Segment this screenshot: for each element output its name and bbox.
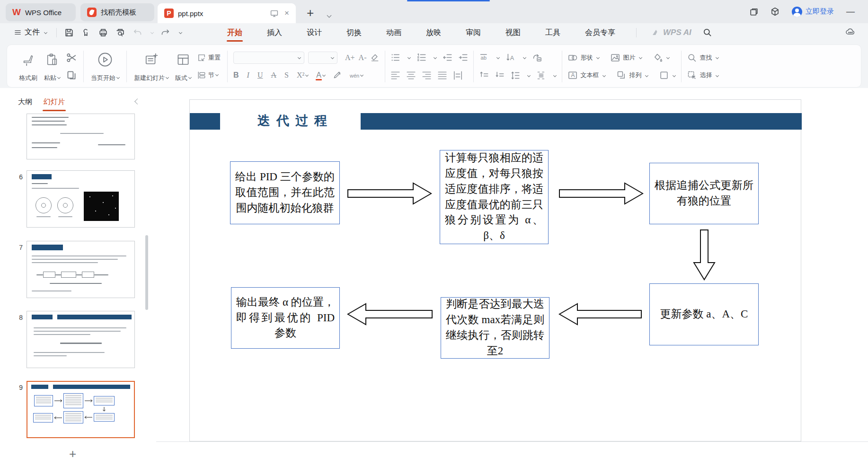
save-icon[interactable] — [64, 28, 74, 37]
menu-tab-insert[interactable]: 插入 — [255, 23, 294, 42]
menu-tab-view[interactable]: 视图 — [493, 23, 533, 42]
cloud-more-icon[interactable] — [845, 26, 856, 37]
slide-thumbnail-6[interactable] — [27, 170, 135, 228]
add-slide-button[interactable]: + — [69, 447, 76, 458]
text-direction-button[interactable]: ab — [479, 53, 489, 62]
numbered-list-button[interactable] — [417, 53, 426, 62]
increase-font-button[interactable]: A+ — [345, 53, 355, 62]
vertical-text-button[interactable]: A — [506, 53, 515, 62]
copy-icon[interactable] — [66, 67, 77, 83]
line-spacing-button[interactable] — [511, 71, 520, 80]
wps-ai-button[interactable]: WPS AI — [652, 28, 691, 37]
menu-tab-animation[interactable]: 动画 — [374, 23, 414, 42]
slide-thumbnail-9-selected[interactable] — [27, 381, 135, 438]
decrease-font-button[interactable]: A- — [359, 53, 367, 62]
flow-box-init-wolves[interactable]: 给出 PID 三个参数的取值范围，并在此范围内随机初始化狼群 — [230, 161, 340, 224]
slide-thumbnail-8[interactable] — [27, 311, 135, 368]
clear-format-icon[interactable] — [370, 53, 379, 62]
play-from-current-button[interactable]: 当页开始 — [88, 48, 123, 85]
cut-icon[interactable] — [66, 50, 77, 66]
outline-style-button[interactable] — [659, 67, 675, 84]
bold-button[interactable]: B — [233, 71, 239, 79]
fill-color-button[interactable] — [653, 49, 669, 66]
convert-to-diagram-button[interactable] — [532, 53, 542, 62]
print-preview-icon[interactable] — [115, 28, 125, 37]
select-button[interactable]: 选择 — [687, 67, 718, 84]
slide-title[interactable]: 迭代过程 — [231, 112, 359, 129]
menu-tab-slideshow[interactable]: 放映 — [414, 23, 453, 42]
flow-box-check-max-iter[interactable]: 判断是否达到最大迭代次数 max若满足则继续执行，否则跳转至2 — [441, 297, 549, 359]
tab-list-chevron-icon[interactable] — [328, 10, 331, 19]
slide-thumbnail-5[interactable] — [27, 114, 135, 159]
quick-access-chevron-icon[interactable] — [179, 31, 182, 34]
minimize-button[interactable]: — — [846, 7, 855, 17]
flow-box-update-positions[interactable]: 根据追捕公式更新所有狼的位置 — [649, 163, 759, 224]
flow-box-fitness-sort[interactable]: 计算每只狼相应的适应度值，对每只狼按适应度值排序，将适应度值最优的前三只狼分别设… — [440, 150, 549, 244]
login-button[interactable]: 立即登录 — [792, 7, 834, 17]
search-icon[interactable] — [703, 28, 712, 37]
menu-tab-home[interactable]: 开始 — [215, 23, 255, 42]
tab-wps-office[interactable]: W WPS Office — [6, 3, 76, 21]
new-tab-button[interactable]: + — [307, 6, 314, 20]
decrease-indent-button[interactable] — [443, 53, 452, 62]
thumb-text-line — [60, 133, 104, 134]
space-before-button[interactable] — [479, 71, 488, 80]
arrange-button[interactable]: 排列 — [617, 67, 648, 84]
menu-tab-tools[interactable]: 工具 — [533, 23, 573, 42]
justify-button[interactable] — [438, 71, 447, 80]
undo-icon[interactable] — [133, 28, 142, 37]
font-size-select[interactable] — [308, 52, 337, 64]
menu-tab-review[interactable]: 审阅 — [453, 23, 493, 42]
print-icon[interactable] — [98, 28, 108, 37]
tab-ppt-pptx[interactable]: P ppt.pptx × — [158, 3, 296, 23]
distribute-text-button[interactable] — [453, 71, 462, 80]
sidebar-scrollbar[interactable] — [145, 235, 148, 310]
layout-button[interactable]: 版式 — [172, 48, 195, 85]
menu-tab-design[interactable]: 设计 — [294, 23, 334, 42]
align-left-button[interactable] — [391, 71, 400, 80]
menu-tab-membership[interactable]: 会员专享 — [573, 23, 628, 42]
slide-canvas[interactable]: 迭代过程 给出 PID 三个参数的取值范围，并在此范围内随机初始化狼群 计算每只… — [189, 99, 801, 441]
redo-icon[interactable] — [161, 28, 170, 37]
increase-indent-button[interactable] — [459, 53, 468, 62]
menu-tab-transitions[interactable]: 切换 — [334, 23, 374, 42]
italic-button[interactable]: I — [247, 71, 249, 79]
find-button[interactable]: 查找 — [687, 49, 718, 66]
apps-cube-icon[interactable] — [771, 7, 779, 16]
close-tab-icon[interactable]: × — [284, 9, 289, 18]
flow-box-output-result[interactable]: 输出最终 α 的位置，即得到最优的 PID 参数 — [231, 287, 340, 349]
login-label: 立即登录 — [806, 7, 834, 16]
undo-chevron-icon[interactable] — [151, 31, 154, 34]
slide-thumbnail-7[interactable] — [27, 241, 135, 298]
collapse-sidebar-icon[interactable] — [134, 98, 141, 105]
monitor-share-icon[interactable] — [270, 9, 278, 18]
underline-button[interactable]: U — [257, 71, 263, 79]
paragraph-spacing-button[interactable] — [537, 71, 546, 80]
new-slide-button[interactable]: 新建幻灯片 — [131, 48, 172, 85]
tab-slides[interactable]: 幻灯片 — [44, 97, 65, 108]
restore-window-icon[interactable] — [750, 8, 758, 16]
export-icon[interactable] — [81, 28, 91, 37]
bullet-list-button[interactable] — [391, 53, 400, 62]
reset-button[interactable]: 重置 — [197, 50, 221, 66]
shapes-button[interactable]: 形状 — [568, 49, 599, 66]
strikethrough-button[interactable]: A — [271, 71, 276, 79]
tab-outline[interactable]: 大纲 — [18, 97, 32, 108]
flow-box-update-params[interactable]: 更新参数 a、A、C — [649, 283, 759, 345]
space-after-button[interactable] — [495, 71, 504, 80]
paste-button[interactable]: 粘贴 — [41, 48, 63, 85]
format-painter-button[interactable]: 格式刷 — [16, 48, 41, 85]
file-menu-button[interactable]: 文件 — [0, 27, 52, 37]
text-shadow-button[interactable]: S — [284, 71, 289, 79]
align-right-button[interactable] — [422, 71, 431, 80]
tab-docer-templates[interactable]: 找稻壳模板 — [80, 3, 154, 21]
textbox-button[interactable]: A 文本框 — [568, 67, 605, 84]
section-button[interactable]: 节 — [197, 67, 221, 83]
phonetic-guide-button[interactable]: wén — [350, 71, 363, 79]
font-name-select[interactable] — [233, 52, 304, 64]
align-center-button[interactable] — [407, 71, 416, 80]
picture-button[interactable]: 图片 — [611, 49, 642, 66]
superscript-button[interactable]: X² — [297, 71, 308, 79]
highlight-button[interactable] — [333, 71, 342, 79]
font-color-button[interactable]: A — [316, 71, 325, 79]
